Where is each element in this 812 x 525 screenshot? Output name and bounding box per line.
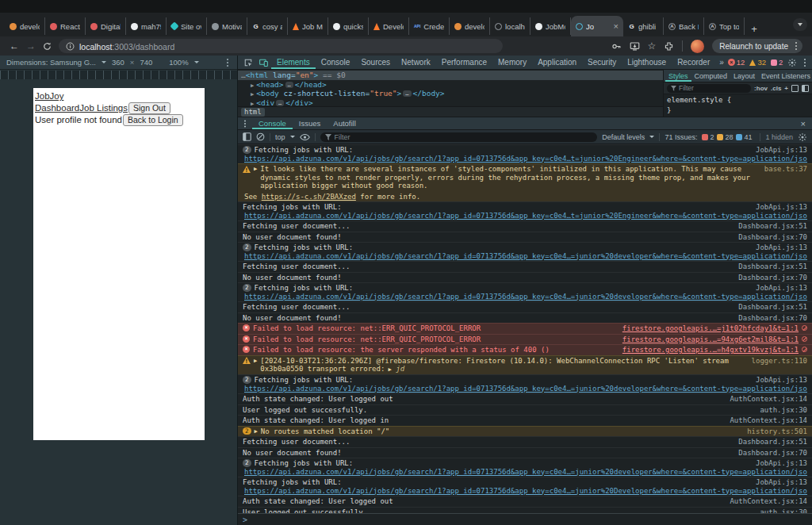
source-location[interactable]: auth.jsx:30 — [760, 406, 807, 415]
see-more-link[interactable]: https://s-c.sh/2BAXzed — [262, 193, 356, 201]
devtools-tab-recorder[interactable]: Recorder — [672, 56, 715, 69]
source-location[interactable]: history.ts:501 — [747, 427, 807, 436]
device-height-field[interactable]: 740 — [140, 58, 152, 67]
browser-tab[interactable]: JobMo — [530, 17, 571, 35]
settings-gear-icon[interactable] — [787, 58, 797, 67]
source-location-link[interactable]: firestore.googleapis.…=h4gxtv19kvzj&t=1:… — [622, 346, 799, 354]
more-tabs-icon[interactable]: » — [716, 58, 727, 67]
browser-tab[interactable]: Gghibli — [623, 17, 664, 35]
source-location[interactable]: JobApi.js:13 — [756, 478, 807, 487]
warning-count-badge[interactable]: 32 — [749, 58, 766, 67]
dom-tree-node[interactable]: ▶<body cz-shortcut-listen="true">…</body… — [238, 89, 663, 98]
browser-tab[interactable]: quicks — [328, 17, 369, 35]
nav-link-dashboard[interactable]: Dashboard — [35, 103, 79, 113]
source-location[interactable]: AuthContext.jsx:14 — [730, 416, 807, 425]
styles-tab-event-listeners[interactable]: Event Listeners — [758, 70, 812, 82]
styles-tab-computed[interactable]: Computed — [691, 70, 731, 82]
request-url-link[interactable]: https://api.adzuna.com/v1/api/jobs/gb/se… — [244, 487, 807, 495]
inspect-element-icon[interactable] — [241, 56, 255, 69]
source-location[interactable]: base.ts:37 — [764, 165, 807, 174]
extensions-icon[interactable] — [664, 41, 674, 52]
clear-console-icon[interactable] — [256, 132, 265, 141]
profile-avatar[interactable] — [691, 40, 704, 53]
console-filter-input[interactable]: Filter — [320, 132, 598, 142]
browser-tab[interactable]: Gcosy a — [247, 17, 288, 35]
source-location[interactable]: Dashboard.jsx:51 — [738, 438, 807, 446]
element-style-rule[interactable]: element.style { — [664, 94, 812, 105]
browser-tab[interactable]: develop — [450, 17, 490, 35]
browser-tab[interactable]: Job Mo — [288, 17, 328, 35]
devtools-tab-security[interactable]: Security — [582, 56, 622, 69]
device-width-field[interactable]: 360 — [112, 58, 124, 67]
console-eye-icon[interactable] — [300, 133, 310, 141]
dom-tree-node[interactable]: ▶<div…</div> — [238, 98, 663, 107]
source-location[interactable]: Dashboard.jsx:51 — [738, 222, 807, 231]
toggle-device-toolbar-icon[interactable] — [256, 56, 270, 69]
forward-icon[interactable]: → — [26, 41, 36, 51]
back-to-login-button[interactable]: Back to Login — [123, 114, 183, 126]
request-url-link[interactable]: https://api.adzuna.com/v1/api/jobs/gb/se… — [244, 293, 807, 301]
browser-tab[interactable]: develop — [5, 17, 45, 35]
browser-tab[interactable]: Jo× — [571, 16, 623, 36]
new-tab-button[interactable]: + — [746, 21, 762, 36]
browser-menu-icon[interactable] — [795, 45, 797, 47]
expand-arrow-icon[interactable]: ▶ — [254, 357, 257, 365]
console-context-select[interactable]: top — [275, 133, 285, 141]
browser-tab[interactable]: localho — [490, 17, 530, 35]
device-select[interactable]: Dimensions: Samsung G... — [6, 58, 96, 67]
source-location[interactable]: Dashboard.jsx:70 — [738, 449, 807, 458]
tab-close-icon[interactable]: × — [614, 22, 619, 30]
styles-tab-layout[interactable]: Layout — [730, 70, 758, 82]
grid-overlay-icon[interactable] — [791, 85, 799, 92]
device-toolbar-menu-icon[interactable] — [227, 62, 228, 63]
error-count-badge[interactable]: ×12 — [728, 58, 745, 67]
dom-tree-node[interactable]: ▶<head>…</head> — [238, 80, 663, 90]
browser-tab[interactable]: APICreden — [409, 17, 450, 35]
hidden-messages-label[interactable]: 1 hidden — [765, 133, 793, 141]
devtools-tab-memory[interactable]: Memory — [492, 56, 532, 69]
source-location[interactable]: AuthContext.jsx:14 — [730, 395, 807, 404]
install-icon[interactable] — [630, 41, 640, 52]
source-location[interactable]: logger.ts:110 — [752, 357, 807, 366]
request-url-link[interactable]: https://api.adzuna.com/v1/api/jobs/gb/se… — [244, 385, 807, 393]
request-url-link[interactable]: https://api.adzuna.com/v1/api/jobs/gb/se… — [244, 212, 807, 220]
expand-arrow-icon[interactable]: ▶ — [255, 427, 258, 435]
styles-tab-styles[interactable]: Styles — [665, 70, 691, 82]
console-prompt[interactable]: > — [238, 513, 812, 525]
browser-tab[interactable]: Digital — [86, 17, 126, 35]
brand-link[interactable]: JobJoy — [35, 91, 63, 101]
address-input[interactable]: localhost:3003/dashboard — [59, 39, 503, 53]
browser-tab[interactable]: React — [45, 17, 86, 35]
new-style-rule-button[interactable]: + — [784, 85, 788, 92]
source-location[interactable]: AuthContext.jsx:14 — [730, 497, 807, 506]
browser-tab[interactable]: mah75 — [126, 17, 167, 35]
expand-arrow-icon[interactable]: ▶ — [251, 91, 254, 98]
browser-tab[interactable]: Develo — [369, 17, 409, 35]
source-location[interactable]: JobApi.js:13 — [756, 203, 807, 212]
bookmark-star-icon[interactable]: ☆ — [648, 41, 657, 51]
source-location[interactable]: JobApi.js:13 — [756, 459, 807, 468]
expand-arrow-icon[interactable]: ▶ — [385, 366, 391, 373]
relaunch-update-button[interactable]: Relaunch to update — [712, 39, 802, 53]
reload-icon[interactable] — [43, 42, 52, 51]
expand-arrow-icon[interactable]: ▶ — [254, 165, 257, 173]
browser-tab[interactable]: Motiva — [207, 17, 247, 35]
devtools-tab-performance[interactable]: Performance — [436, 56, 492, 69]
devtools-tab-lighthouse[interactable]: Lighthouse — [622, 56, 672, 69]
breadcrumb-item-html[interactable]: html — [241, 108, 265, 117]
expand-arrow-icon[interactable]: ▶ — [251, 101, 254, 107]
devtools-menu-icon[interactable] — [804, 62, 806, 63]
computed-panel-icon[interactable] — [802, 85, 809, 92]
issues-summary-label[interactable]: 71 Issues: — [665, 133, 697, 141]
request-url-link[interactable]: https://api.adzuna.com/v1/api/jobs/gb/se… — [244, 468, 807, 476]
issues-count-badge[interactable]: 2 — [771, 58, 783, 67]
drawer-tab-console[interactable]: Console — [252, 117, 293, 129]
default-levels-select[interactable]: Default levels — [602, 133, 645, 141]
request-url-link[interactable]: https://api.adzuna.com/v1/api/jobs/gb/se… — [244, 155, 807, 163]
source-location[interactable]: JobApi.js:13 — [756, 284, 807, 293]
console-object-preview[interactable]: jd — [392, 365, 404, 373]
password-key-icon[interactable] — [611, 41, 622, 52]
console-sidebar-icon[interactable] — [243, 132, 251, 141]
devtools-tab-console[interactable]: Console — [316, 56, 356, 69]
request-url-link[interactable]: https://api.adzuna.com/v1/api/jobs/gb/se… — [244, 252, 807, 260]
